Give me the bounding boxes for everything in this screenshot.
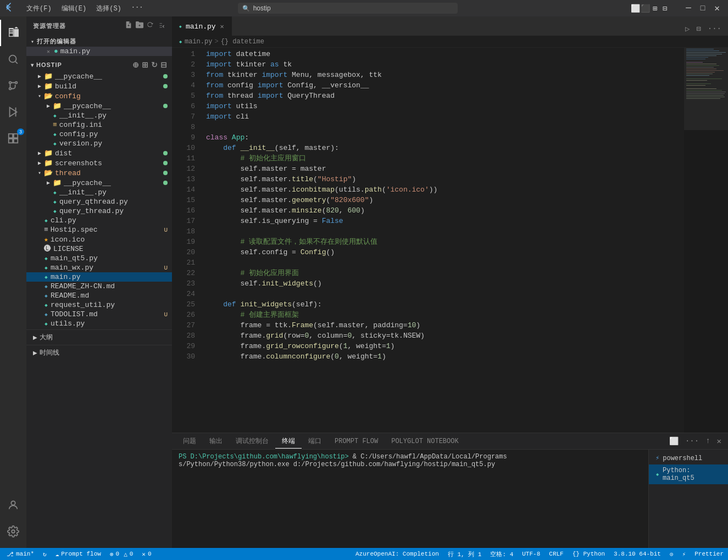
open-editors-header[interactable]: ▾ 打开的编辑器 xyxy=(26,36,172,47)
new-folder-button[interactable] xyxy=(136,21,143,31)
project-new-file-icon[interactable]: ⊕ xyxy=(132,60,140,69)
more-actions-button[interactable]: ··· xyxy=(705,22,724,36)
tree-item-license[interactable]: ▶ 🅛 LICENSE xyxy=(26,244,172,254)
tree-item-icon-ico[interactable]: ▶ ★ icon.ico xyxy=(26,234,172,244)
project-refresh-icon[interactable]: ↻ xyxy=(151,60,158,69)
outline-header[interactable]: ▶ 大纲 xyxy=(26,331,172,344)
project-new-folder-icon[interactable]: ⊞ xyxy=(142,60,149,69)
refresh-button[interactable] xyxy=(147,21,154,31)
menu-more[interactable]: ··· xyxy=(127,3,148,14)
tree-item-dist[interactable]: ▶ 📁 dist xyxy=(26,148,172,158)
terminal[interactable]: PS D:\Projects\github.com\hawflying\host… xyxy=(172,450,648,548)
tree-item-readme-zh[interactable]: ▶ ⬥ README_ZH-CN.md xyxy=(26,282,172,291)
prettier-status[interactable]: Prettier xyxy=(690,548,728,560)
tree-item-query-thread[interactable]: ▶ ⬥ query_thread.py xyxy=(26,206,172,216)
breadcrumb-file[interactable]: main.py xyxy=(185,38,212,46)
breadcrumb-symbol[interactable]: {} datetime xyxy=(221,38,264,46)
search-activity-icon[interactable] xyxy=(0,46,26,72)
tree-item-hostip-spec[interactable]: ▶ ≡ Hostip.spec U xyxy=(26,225,172,234)
code-content[interactable]: import datetime import tkinter as tk fro… xyxy=(199,48,684,433)
tree-item-config-folder[interactable]: ▾ 📂 config xyxy=(26,91,172,101)
panel-tab-terminal[interactable]: 终端 xyxy=(275,434,302,449)
panel-tab-polyglot[interactable]: POLYGLOT NOTEBOOK xyxy=(385,435,465,447)
tree-item-utils[interactable]: ▶ ⬥ utils.py xyxy=(26,319,172,328)
terminal-powershell[interactable]: ⚡ powershell xyxy=(649,452,728,464)
errors-status[interactable]: ⊗ 0 △ 0 xyxy=(105,548,137,560)
cursor-position-status[interactable]: 行 1, 列 1 xyxy=(443,548,486,560)
panel-tab-output[interactable]: 输出 xyxy=(203,434,229,448)
collapse-all-button[interactable] xyxy=(158,21,165,31)
tree-item-config-init[interactable]: ▶ ⬥ __init__.py xyxy=(26,111,172,120)
tree-item-version-py[interactable]: ▶ ⬥ version.py xyxy=(26,139,172,148)
layout-icon2[interactable]: ⬛ xyxy=(641,4,649,12)
run-button[interactable]: ▷ xyxy=(683,22,692,36)
new-file-button[interactable] xyxy=(125,21,132,31)
tree-item-build[interactable]: ▶ 📁 build xyxy=(26,81,172,91)
tree-item-pycache1[interactable]: ▶ 📁 __pycache__ xyxy=(26,71,172,81)
tree-item-screenshots[interactable]: ▶ 📁 screenshots xyxy=(26,158,172,168)
tree-item-cli[interactable]: ▶ ⬥ cli.py xyxy=(26,216,172,225)
tree-item-query-qthread[interactable]: ▶ ⬥ query_qthread.py xyxy=(26,197,172,206)
tree-item-thread-init[interactable]: ▶ ⬥ __init__.py xyxy=(26,188,172,197)
account-activity-icon[interactable] xyxy=(0,492,26,518)
layout-icon4[interactable]: ⊟ xyxy=(661,4,669,12)
panel-tab-problems[interactable]: 问题 xyxy=(176,434,203,448)
run-activity-icon[interactable] xyxy=(0,99,26,125)
panel-close-button[interactable]: ✕ xyxy=(715,435,724,447)
open-editor-main-py[interactable]: ✕ ● main.py xyxy=(26,47,172,56)
tree-item-main-wx[interactable]: ▶ ⬥ main_wx.py U xyxy=(26,263,172,272)
encoding-status[interactable]: UTF-8 xyxy=(518,548,544,560)
menu-select[interactable]: 选择(S) xyxy=(92,3,126,14)
panel-more-button[interactable]: ··· xyxy=(683,435,701,447)
tree-item-config-ini[interactable]: ▶ ≡ config.ini xyxy=(26,120,172,130)
source-control-activity-icon[interactable] xyxy=(0,72,26,99)
tree-item-main-py[interactable]: ▶ ⬥ main.py xyxy=(26,272,172,282)
panel-layout-button[interactable]: ⬜ xyxy=(667,435,681,447)
ai-completion-status[interactable]: AzureOpenAI: Completion xyxy=(351,548,443,560)
tree-item-thread-folder[interactable]: ▾ 📂 thread xyxy=(26,168,172,178)
close-icon[interactable]: ✕ xyxy=(44,48,53,55)
prompt-flow-status[interactable]: ☁ Prompt flow xyxy=(51,548,105,560)
folder-icon: 📁 xyxy=(44,159,53,167)
folder-icon: 📁 xyxy=(53,102,62,110)
tree-item-config-py[interactable]: ▶ ⬥ config.py xyxy=(26,130,172,139)
indentation-status[interactable]: 空格: 4 xyxy=(486,548,518,560)
layout-icon3[interactable]: ⊞ xyxy=(651,4,659,12)
project-header[interactable]: ▾ HOSTIP ⊕ ⊞ ↻ ⊟ xyxy=(26,58,172,71)
tree-item-request-util[interactable]: ▶ ⬥ request_util.py xyxy=(26,300,172,310)
close-button[interactable]: ✕ xyxy=(710,4,724,12)
timeline-header[interactable]: ▶ 时间线 xyxy=(26,346,172,359)
panel-maximize-button[interactable]: ↑ xyxy=(703,435,712,447)
project-collapse-icon[interactable]: ⊟ xyxy=(160,60,168,69)
split-editor-button[interactable]: ⊟ xyxy=(694,22,703,36)
tab-main-py[interactable]: ⬥ main.py ✕ xyxy=(172,16,232,36)
menu-edit[interactable]: 编辑(E) xyxy=(57,3,91,14)
minimize-button[interactable]: ─ xyxy=(682,4,695,12)
tree-item-config-pycache[interactable]: ▶ 📁 __pycache__ xyxy=(26,101,172,111)
menu-file[interactable]: 文件(F) xyxy=(22,3,56,14)
layout-icon1[interactable]: ⬜ xyxy=(631,4,639,12)
explorer-activity-icon[interactable] xyxy=(0,20,26,46)
sync-status[interactable]: ↻ xyxy=(38,548,51,560)
settings-activity-icon[interactable] xyxy=(0,518,26,545)
git-branch-status[interactable]: ⎇ main* xyxy=(2,548,38,560)
terminal-python[interactable]: ⬥ Python: main_qt5 xyxy=(649,464,728,484)
info-status[interactable]: ✕ 0 xyxy=(137,548,155,560)
python-version-status[interactable]: 3.8.10 64-bit xyxy=(609,548,665,560)
panel-tab-ports[interactable]: 端口 xyxy=(302,434,328,448)
maximize-button[interactable]: □ xyxy=(696,4,709,12)
extensions-activity-icon[interactable]: 3 xyxy=(0,125,26,152)
panel-tab-promptflow[interactable]: PROMPT FLOW xyxy=(328,435,385,447)
panel-tab-debug[interactable]: 调试控制台 xyxy=(229,434,275,448)
tree-item-todolist[interactable]: ▶ ⬥ TODOLIST.md U xyxy=(26,310,172,319)
tree-item-thread-pycache[interactable]: ▶ 📁 __pycache__ xyxy=(26,178,172,188)
code-editor[interactable]: 12345 678910 1112131415 1617181920 21222… xyxy=(172,48,728,433)
language-status[interactable]: {} Python xyxy=(568,548,609,560)
line-ending-status[interactable]: CRLF xyxy=(544,548,568,560)
remote-status-icon[interactable]: ⊙ xyxy=(665,548,678,560)
search-input[interactable] xyxy=(238,3,458,14)
tab-close-button[interactable]: ✕ xyxy=(219,21,225,32)
tree-item-readme[interactable]: ▶ ⬥ README.md xyxy=(26,291,172,300)
notifications-icon[interactable]: ⚡ xyxy=(678,548,691,560)
tree-item-main-qt5[interactable]: ▶ ⬥ main_qt5.py xyxy=(26,254,172,263)
